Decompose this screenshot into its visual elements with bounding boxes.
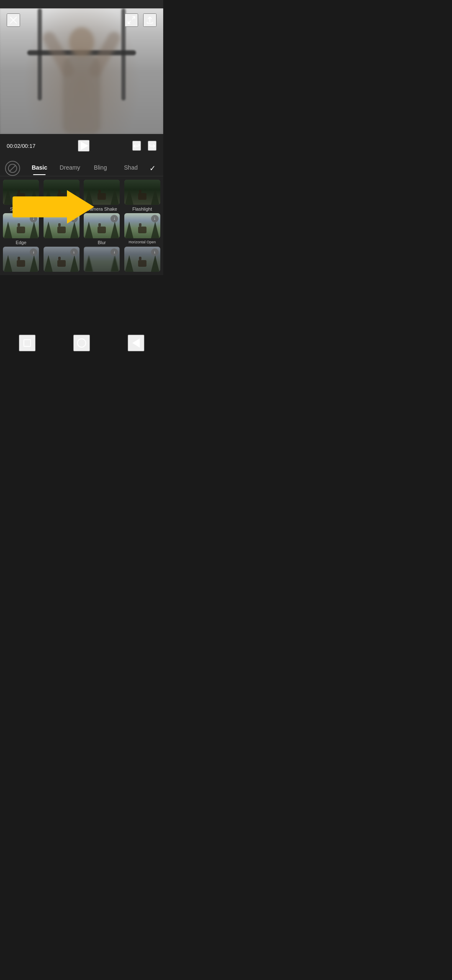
deer xyxy=(98,193,106,200)
tab-shadow[interactable]: Shad xyxy=(116,162,145,175)
tree-right xyxy=(70,188,79,205)
deer xyxy=(138,260,146,267)
filter-silver-print[interactable]: Silver Print xyxy=(2,180,41,211)
deer xyxy=(98,227,106,233)
download-icon: ↓ xyxy=(33,217,35,221)
filter-thumb-r3-1: ↓ xyxy=(3,247,39,272)
tree-left xyxy=(44,188,53,205)
undo-button[interactable]: ↩ xyxy=(132,141,141,151)
timeline-bar: 00:02/00:17 ↩ ↪ xyxy=(0,134,163,157)
no-filter-button[interactable] xyxy=(5,161,20,176)
download-icon: ↓ xyxy=(73,250,75,254)
filter-thumb-flashlight xyxy=(124,180,160,205)
playback-controls xyxy=(78,140,90,152)
tree-right xyxy=(110,255,119,272)
filter-label: Horizontal Open xyxy=(128,240,156,244)
download-icon: ↓ xyxy=(113,217,116,221)
back-icon xyxy=(132,338,140,348)
tree-right xyxy=(110,222,119,238)
download-icon: ↓ xyxy=(33,250,35,254)
tree-right xyxy=(151,222,159,238)
filter-label: Edge xyxy=(15,240,26,245)
filter-label: Silver Print xyxy=(10,206,32,211)
share-button[interactable] xyxy=(143,13,157,27)
tree-left xyxy=(4,255,12,272)
filter-thumb-horizontal-open: ↓ xyxy=(124,213,160,238)
share-icon xyxy=(145,15,154,25)
filter-horizontal-open[interactable]: ↓ Horizontal Open xyxy=(123,213,162,245)
expand-button[interactable] xyxy=(125,13,138,27)
tree-right xyxy=(30,222,38,238)
svg-line-2 xyxy=(132,17,135,19)
undo-redo-controls: ↩ ↪ xyxy=(132,141,157,151)
filter-blur[interactable]: ↓ Blur xyxy=(82,213,121,245)
download-icon: ↓ xyxy=(113,250,116,254)
download-icon: ↓ xyxy=(73,217,75,221)
download-badge: ↓ xyxy=(70,215,78,222)
no-filter-icon xyxy=(8,164,17,173)
tree-right xyxy=(30,188,38,205)
tree-left xyxy=(85,188,93,205)
record-icon xyxy=(77,338,86,348)
tree-left xyxy=(85,222,93,238)
top-controls-overlay xyxy=(0,8,163,32)
tab-basic[interactable]: Basic xyxy=(25,162,54,175)
tree-right xyxy=(70,222,79,238)
deer xyxy=(57,193,66,200)
deer xyxy=(17,227,25,233)
filter-zoom-lens[interactable]: Zoom Lens xyxy=(42,180,81,211)
deer xyxy=(17,260,25,267)
filter-r3-1[interactable]: ↓ xyxy=(2,247,41,272)
tree-left xyxy=(85,255,93,272)
filter-thumb-blur: ↓ xyxy=(84,213,120,238)
bottom-nav xyxy=(0,333,163,353)
download-badge: ↓ xyxy=(151,215,159,222)
status-bar xyxy=(0,0,163,8)
thumb-scene xyxy=(84,180,120,205)
filter-thumb-unknown: ↓ xyxy=(44,213,80,238)
download-icon: ↓ xyxy=(154,217,156,221)
close-icon xyxy=(9,15,18,25)
confirm-button[interactable]: ✓ xyxy=(147,161,158,175)
filter-label: Blur xyxy=(98,240,106,245)
deer xyxy=(138,227,146,233)
deer xyxy=(17,193,25,200)
tab-dreamy[interactable]: Dreamy xyxy=(56,162,85,175)
expand-icon xyxy=(127,15,136,25)
download-badge: ↓ xyxy=(151,248,159,256)
filter-edge[interactable]: ↓ Edge xyxy=(2,213,41,245)
filter-grid: Silver Print Zoom Lens xyxy=(0,176,163,275)
filter-r3-2[interactable]: ↓ xyxy=(42,247,81,272)
filter-tabs: Basic Dreamy Bling Shad ✓ xyxy=(0,157,163,176)
filter-r3-3[interactable]: ↓ xyxy=(82,247,121,272)
filter-thumb-r3-4: ↓ xyxy=(124,247,160,272)
tree-right xyxy=(30,255,38,272)
deer xyxy=(57,260,66,267)
tab-bling[interactable]: Bling xyxy=(86,162,115,175)
filter-flashlight[interactable]: Flashlight xyxy=(123,180,162,211)
time-display: 00:02/00:17 xyxy=(7,143,36,149)
video-preview xyxy=(0,8,163,134)
stop-button[interactable] xyxy=(19,335,36,351)
download-icon: ↓ xyxy=(154,250,156,254)
filter-camera-shake[interactable]: Camera Shake xyxy=(82,180,121,211)
download-badge: ↓ xyxy=(70,248,78,256)
tree-right xyxy=(110,188,119,205)
thumb-scene xyxy=(44,180,80,205)
person-body xyxy=(63,50,100,134)
back-button[interactable] xyxy=(128,335,144,351)
close-button[interactable] xyxy=(7,13,20,27)
tree-left xyxy=(125,255,134,272)
top-right-controls xyxy=(125,13,157,27)
tree-left xyxy=(44,255,53,272)
filter-thumb-zoom-lens xyxy=(44,180,80,205)
filter-r3-4[interactable]: ↓ xyxy=(123,247,162,272)
filter-unknown[interactable]: ↓ xyxy=(42,213,81,245)
filter-thumb-r3-2: ↓ xyxy=(44,247,80,272)
redo-button[interactable]: ↪ xyxy=(148,141,157,151)
play-button[interactable] xyxy=(78,140,90,152)
tree-right xyxy=(151,188,159,205)
deer xyxy=(57,227,66,233)
thumb-scene xyxy=(124,180,160,205)
record-button[interactable] xyxy=(73,335,90,351)
